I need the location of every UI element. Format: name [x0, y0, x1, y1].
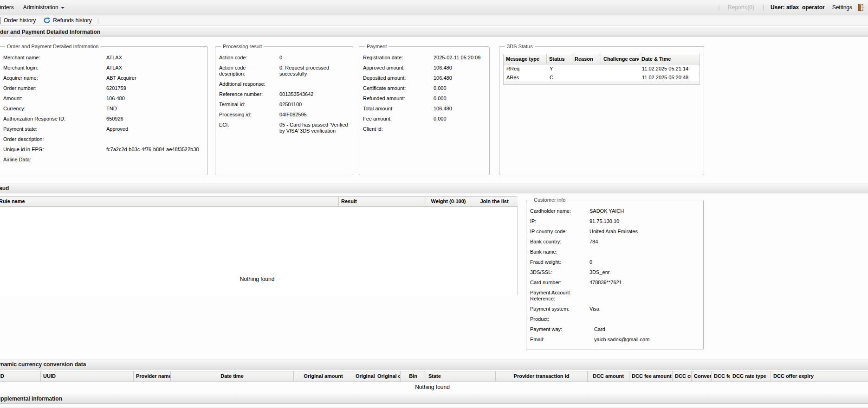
- menu-reports[interactable]: Reports(0): [723, 4, 759, 11]
- field-row: Acquirer name: ABT Acquirer: [3, 75, 204, 81]
- menu-administration[interactable]: Administration: [19, 4, 69, 11]
- column-header: DCC fee: [712, 371, 730, 381]
- cell-message-type: RReq: [504, 64, 547, 73]
- field-row: Action code description: 0: Request proc…: [219, 65, 349, 77]
- refresh-icon: [43, 17, 51, 24]
- field-label: Fee amount:: [363, 116, 434, 122]
- field-label: Certificate amount:: [363, 85, 434, 91]
- field-label: Additional response:: [219, 81, 270, 87]
- field-row: Airline Data:: [3, 157, 204, 163]
- fieldset-legend: Customer info: [532, 197, 567, 203]
- field-row: Cardholder name: SADOK YAICH: [530, 208, 700, 214]
- menu-settings[interactable]: Settings: [828, 4, 857, 11]
- cell-date-time: 11.02.2025 05:20:48: [639, 73, 700, 82]
- field-row: Certificate amount: 0.000: [363, 85, 486, 91]
- column-header: Weight (0-100): [426, 197, 471, 206]
- field-label: Total amount:: [363, 106, 434, 112]
- field-row: Reference number: 001353543642: [219, 91, 349, 97]
- field-label: Authorization Response ID:: [3, 116, 106, 122]
- field-row: Card number: 478839**7621: [530, 280, 700, 286]
- field-value: TND: [106, 106, 204, 112]
- field-value: Card: [589, 326, 700, 332]
- column-header: Rule name: [0, 197, 339, 206]
- field-value: 6201759: [106, 85, 204, 91]
- empty-message: Nothing found: [0, 382, 868, 394]
- field-value: 05 - Card has passed ‘Verified by VISA’ …: [279, 122, 349, 134]
- cell-challenge-cancel: [601, 73, 639, 82]
- field-label: Merchant login:: [3, 65, 106, 71]
- cell-status: Y: [547, 64, 572, 73]
- field-row: Unique id in EPG: fc7a2c2d-b03c-4f76-b88…: [3, 147, 204, 153]
- tab-order-history-label: Order history: [4, 17, 36, 24]
- column-header: Provider transaction id: [496, 371, 588, 381]
- column-header: Reason: [572, 54, 601, 64]
- divider: |: [714, 4, 723, 11]
- section-supplemental: Supplemental information: [0, 394, 868, 404]
- field-label: Order number:: [3, 85, 106, 91]
- field-label: Client id:: [363, 126, 434, 132]
- field-value: fc7a2c2d-b03c-4f76-b884-ae48f3522b38: [106, 147, 204, 153]
- field-value: 0: [279, 55, 349, 61]
- column-header: Challenge cancel: [601, 54, 639, 64]
- dcc-table-header: ID UUID Provider name Date time Original…: [0, 371, 868, 382]
- field-value: [279, 81, 349, 87]
- field-row: Authorization Response ID: 650926: [3, 116, 204, 122]
- field-label: Payment state:: [3, 126, 106, 132]
- tool-bar: Order history Refunds history |: [0, 15, 868, 26]
- column-header: Date time: [171, 371, 294, 381]
- field-label: Registration date:: [363, 55, 434, 61]
- field-label: Approved amount:: [363, 65, 434, 71]
- field-row: 3DS/SSL: 3DS_enr: [530, 269, 700, 275]
- threeds-table-header: Message type Status Reason Challenge can…: [504, 54, 700, 64]
- field-value: 106.480: [434, 106, 486, 112]
- menu-administration-label: Administration: [23, 4, 58, 11]
- field-value: 0.000: [434, 96, 486, 102]
- field-row: Processing id: 04IF082595: [219, 112, 349, 118]
- section-title: Fraud: [0, 184, 9, 193]
- field-value: 106.480: [106, 96, 204, 102]
- column-header: Conversi: [692, 371, 712, 381]
- threeds-table: Message type Status Reason Challenge can…: [503, 54, 700, 85]
- field-value: [589, 290, 700, 302]
- column-header: State: [426, 371, 496, 381]
- menu-bar: Orders Administration | Reports(0) | Use…: [0, 0, 868, 15]
- field-value: [434, 126, 486, 132]
- field-row: Approved amount: 106.480: [363, 65, 486, 71]
- tab-refunds-history[interactable]: Refunds history: [39, 17, 95, 24]
- cell-status: C: [547, 73, 572, 82]
- section-order-payment: Order and Payment Detailed Information: [0, 27, 868, 37]
- field-label: IP country code:: [530, 229, 589, 235]
- field-value: 3DS_enr: [589, 269, 700, 275]
- field-row: Fee amount: 0.000: [363, 116, 486, 122]
- field-label: Fraud weight:: [530, 259, 589, 265]
- field-value: 001353543642: [279, 91, 349, 97]
- cell-reason: [572, 73, 601, 82]
- page: Orders Administration | Reports(0) | Use…: [0, 0, 868, 408]
- table-footer-strip: [504, 82, 700, 84]
- field-row: Payment system: Visa: [530, 306, 700, 312]
- field-row: Email: yaich.sadok@gmail.com: [530, 337, 700, 343]
- logout-button[interactable]: [857, 3, 865, 12]
- field-label: Terminal id:: [219, 102, 270, 108]
- column-header: Original f: [353, 371, 375, 381]
- user-label: User: atlax_operator: [768, 4, 828, 11]
- field-row: Payment Account Reference:: [530, 290, 700, 302]
- field-value: SADOK YAICH: [589, 208, 700, 214]
- field-label: Bank name:: [530, 249, 589, 255]
- field-row: Amount: 106.480: [3, 96, 204, 102]
- field-value: 650926: [106, 116, 204, 122]
- column-header: Provider name: [134, 371, 171, 381]
- field-label: Cardholder name:: [530, 208, 589, 214]
- threeds-table-body: RReq Y 11.02.2025 05:21:14 ARes C: [504, 64, 700, 82]
- field-row: Product:: [530, 316, 700, 322]
- payment-fieldset: Payment Registration date: 2025-02-11 05…: [359, 44, 490, 175]
- processing-result-fieldset: Processing result Action code: 0 Action …: [215, 44, 353, 175]
- column-header: Message type: [504, 54, 547, 64]
- tab-order-history[interactable]: Order history: [0, 17, 39, 24]
- field-value: 478839**7621: [589, 280, 700, 286]
- fraud-table: Rule name Result Weight (0-100) Join the…: [0, 196, 518, 295]
- field-value: 0: Request processed successfully: [279, 65, 349, 77]
- menu-orders[interactable]: Orders: [0, 4, 19, 11]
- section-title: Supplemental information: [0, 394, 62, 404]
- field-label: Action code description:: [219, 65, 270, 77]
